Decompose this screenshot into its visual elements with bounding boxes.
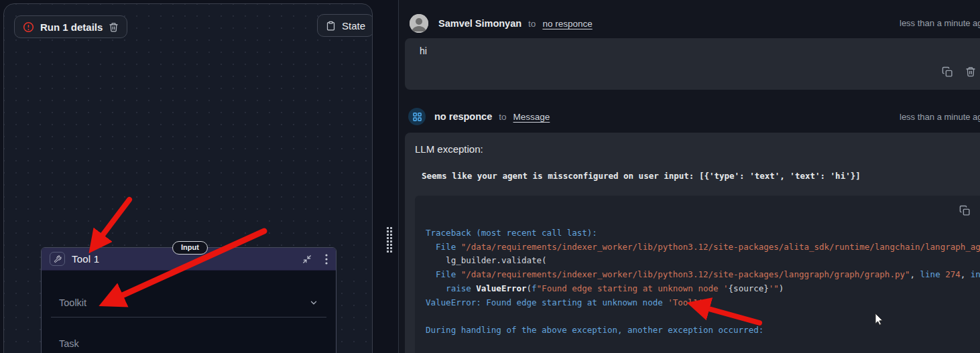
agent-author-name: no responce — [434, 111, 492, 122]
user-author-name: Samvel Simonyan — [438, 18, 522, 29]
tool-node[interactable]: Input Tool 1 Toolkit — [41, 247, 336, 353]
to-label: to — [528, 19, 536, 29]
state-label: State — [342, 20, 365, 31]
trash-icon[interactable] — [965, 66, 976, 77]
traceback-code-block: Traceback (most recent call last): File … — [415, 196, 980, 353]
chat-panel: Samvel Simonyan to no responce less than… — [398, 0, 980, 353]
code-line: Traceback (most recent call last): — [426, 226, 980, 240]
code-line: During handling of the above exception, … — [426, 324, 980, 338]
clipboard-icon — [326, 21, 336, 31]
alert-circle-icon — [23, 21, 34, 33]
task-field[interactable]: Task — [59, 338, 318, 349]
user-message-body: hi — [420, 46, 427, 56]
user-avatar — [410, 14, 428, 33]
field-divider — [51, 317, 326, 317]
user-message-timestamp: less than a minute ago — [900, 18, 980, 28]
code-line: File "/data/requirements/indexer_worker/… — [426, 240, 980, 255]
code-line: ValueError: Found edge starting at unkno… — [426, 296, 980, 310]
recipient-link[interactable]: no responce — [542, 19, 592, 29]
wrench-icon — [50, 252, 65, 266]
code-line — [426, 309, 980, 324]
chevron-down-icon — [309, 298, 318, 307]
kebab-menu-icon[interactable] — [325, 254, 328, 265]
run-details-button[interactable]: Run 1 details — [14, 15, 127, 38]
to-label: to — [499, 112, 506, 122]
task-field-label: Task — [59, 338, 79, 349]
user-message-header: Samvel Simonyan to no responce — [410, 14, 593, 33]
agent-grid-icon — [408, 108, 426, 125]
copy-icon[interactable] — [959, 205, 971, 216]
state-button[interactable]: State — [317, 14, 373, 37]
tool-node-body: Toolkit Task — [42, 297, 336, 349]
agent-message-header: no responce to Message — [408, 108, 550, 125]
code-block-lines: Traceback (most recent call last): File … — [426, 226, 980, 338]
collapse-icon[interactable] — [302, 255, 312, 264]
code-line: raise ValueError(f"Found edge starting a… — [426, 282, 980, 296]
run-details-label: Run 1 details — [40, 21, 103, 33]
user-message-card: hi — [405, 38, 980, 90]
agent-message-timestamp: less than a minute ago — [900, 112, 980, 122]
agent-message-card: LLM exception: Seems like your agent is … — [405, 133, 980, 353]
panel-resize-handle[interactable] — [387, 227, 392, 253]
trash-icon[interactable] — [109, 22, 119, 32]
copy-icon[interactable] — [942, 66, 953, 78]
flow-canvas[interactable]: Run 1 details State Input Tool 1 — [3, 3, 373, 353]
tool-node-title: Tool 1 — [72, 253, 99, 265]
message-link[interactable]: Message — [513, 112, 550, 122]
toolkit-field-label: Toolkit — [59, 297, 86, 308]
code-line: lg_builder.validate( — [426, 254, 980, 268]
code-line: File "/data/requirements/indexer_worker/… — [426, 268, 980, 282]
exception-summary: Seems like your agent is missconfigured … — [422, 171, 861, 181]
exception-title: LLM exception: — [415, 143, 483, 155]
input-handle-badge[interactable]: Input — [172, 241, 208, 255]
toolkit-field[interactable]: Toolkit — [59, 297, 318, 308]
